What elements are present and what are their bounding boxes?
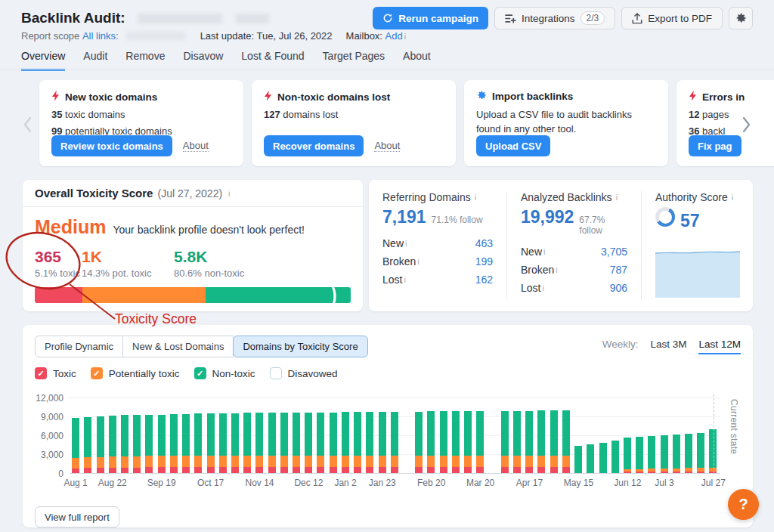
bar-week-11[interactable]	[204, 397, 216, 473]
info-icon[interactable]: i	[554, 265, 557, 274]
about-link[interactable]: About	[374, 140, 400, 152]
legend-non-toxic[interactable]: ✓Non-toxic	[194, 367, 255, 379]
bar-week-45[interactable]	[621, 397, 633, 473]
bar-week-5[interactable]	[131, 397, 143, 473]
review-toxic-domains-button[interactable]: Review toxic domains	[51, 135, 172, 156]
bar-week-40[interactable]	[560, 397, 572, 473]
settings-button[interactable]	[729, 7, 753, 29]
bar-week-46[interactable]	[633, 397, 646, 473]
tab-overview[interactable]: Overview	[21, 50, 65, 71]
legend-potentially-toxic[interactable]: ✓Potentially toxic	[91, 367, 180, 379]
info-icon[interactable]: i	[540, 283, 543, 292]
legend-toxic[interactable]: ✓Toxic	[35, 367, 76, 379]
bar-week-24[interactable]	[364, 397, 376, 473]
bar-week-37[interactable]	[523, 397, 535, 473]
bar-week-19[interactable]	[302, 397, 314, 473]
bar-week-26[interactable]	[389, 397, 401, 473]
chart-tab-domains-by-toxicity-score[interactable]: Domains by Toxicity Score	[233, 336, 367, 357]
unchecked-checkbox-icon[interactable]	[270, 367, 282, 379]
bar-week-22[interactable]	[339, 397, 351, 473]
bar-week-48[interactable]	[658, 397, 670, 473]
info-icon[interactable]: i	[404, 239, 407, 248]
info-icon[interactable]: i	[402, 275, 405, 284]
bar-week-43[interactable]	[596, 397, 608, 473]
view-full-report-button[interactable]: View full report	[35, 506, 119, 527]
tab-audit[interactable]: Audit	[83, 50, 107, 71]
tab-target-pages[interactable]: Target Pages	[323, 50, 385, 71]
info-icon[interactable]: i	[416, 257, 419, 266]
bar-week-39[interactable]	[548, 397, 560, 473]
bar-week-8[interactable]	[168, 397, 180, 473]
help-button[interactable]: ?	[728, 489, 759, 520]
bar-week-0[interactable]	[70, 397, 82, 473]
bar-week-4[interactable]	[119, 397, 131, 473]
bar-week-15[interactable]	[253, 397, 265, 473]
tab-disavow[interactable]: Disavow	[183, 50, 223, 71]
bar-week-47[interactable]	[646, 397, 658, 473]
about-link[interactable]: About	[183, 140, 209, 152]
bar-week-50[interactable]	[683, 397, 695, 473]
carousel-left-arrow[interactable]	[23, 116, 32, 136]
rerun-campaign-button[interactable]: Rerun campaign	[373, 7, 488, 29]
chart-tab-profile-dynamic[interactable]: Profile Dynamic	[35, 336, 123, 357]
bar-week-20[interactable]	[314, 397, 327, 473]
bar-week-32[interactable]	[462, 397, 474, 473]
carousel-right-arrow[interactable]	[742, 116, 751, 136]
chart-tab-new-lost-domains[interactable]: New & Lost Domains	[122, 336, 234, 357]
bar-week-44[interactable]	[609, 397, 621, 473]
period-last-3m[interactable]: Last 3M	[650, 339, 686, 354]
bar-week-12[interactable]	[217, 397, 229, 473]
referring-domains-value[interactable]: 7,191	[382, 207, 426, 227]
bar-week-31[interactable]	[450, 397, 462, 473]
bar-week-2[interactable]	[94, 397, 106, 473]
info-icon[interactable]: i	[403, 32, 406, 41]
period-last-12m[interactable]: Last 12M	[698, 339, 741, 354]
info-icon[interactable]: i	[542, 247, 545, 256]
bar-week-14[interactable]	[241, 397, 253, 473]
bar-week-49[interactable]	[670, 397, 683, 473]
info-icon[interactable]: i	[730, 193, 733, 202]
info-icon[interactable]: i	[615, 193, 618, 202]
checked-checkbox-icon[interactable]: ✓	[35, 367, 47, 379]
bar-week-42[interactable]	[584, 397, 596, 473]
bar-week-33[interactable]	[474, 397, 486, 473]
checked-checkbox-icon[interactable]: ✓	[194, 367, 206, 379]
export-pdf-button[interactable]: Export to PDF	[621, 7, 723, 29]
bar-week-51[interactable]	[695, 397, 707, 473]
recover-domains-button[interactable]: Recover domains	[264, 135, 364, 156]
bar-week-38[interactable]	[535, 397, 547, 473]
bar-week-34[interactable]	[486, 397, 498, 473]
bar-week-21[interactable]	[327, 397, 339, 473]
info-icon[interactable]: i	[473, 193, 476, 202]
bar-week-25[interactable]	[376, 397, 388, 473]
bar-week-10[interactable]	[192, 397, 204, 473]
bar-week-35[interactable]	[499, 397, 511, 473]
bar-week-27[interactable]	[401, 397, 413, 473]
info-icon[interactable]: i	[227, 189, 230, 198]
checked-checkbox-icon[interactable]: ✓	[91, 367, 103, 379]
bar-week-9[interactable]	[180, 397, 192, 473]
bar-week-17[interactable]	[278, 397, 290, 473]
bar-week-7[interactable]	[156, 397, 168, 473]
bar-week-30[interactable]	[438, 397, 450, 473]
bar-week-23[interactable]	[351, 397, 364, 473]
upload-csv-button[interactable]: Upload CSV	[476, 135, 550, 156]
report-scope-link[interactable]: All links:	[82, 30, 119, 42]
mailbox-add-link[interactable]: Add	[385, 30, 403, 42]
bar-week-1[interactable]	[82, 397, 94, 473]
legend-disavowed[interactable]: Disavowed	[270, 367, 338, 379]
bar-week-41[interactable]	[572, 397, 584, 473]
integrations-button[interactable]: Integrations 2/3	[494, 7, 615, 29]
tab-about[interactable]: About	[403, 50, 431, 71]
bar-week-13[interactable]	[229, 397, 241, 473]
analyzed-backlinks-value[interactable]: 19,992	[521, 207, 574, 227]
tab-lost-found[interactable]: Lost & Found	[241, 50, 304, 71]
bar-week-6[interactable]	[143, 397, 155, 473]
bar-week-29[interactable]	[425, 397, 437, 473]
bar-week-16[interactable]	[266, 397, 278, 473]
tab-remove[interactable]: Remove	[125, 50, 165, 71]
bar-week-28[interactable]	[413, 397, 425, 473]
fix-pages-button[interactable]: Fix pag	[689, 135, 741, 156]
bar-week-18[interactable]	[290, 397, 302, 473]
bar-week-3[interactable]	[107, 397, 119, 473]
